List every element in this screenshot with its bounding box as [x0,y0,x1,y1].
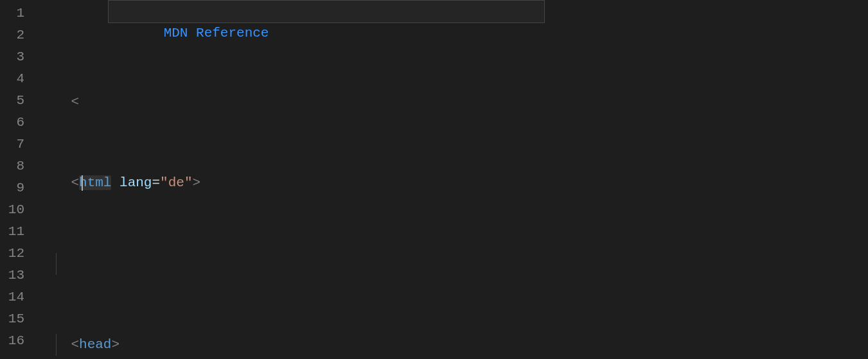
mdn-reference-link[interactable]: MDN Reference [164,26,269,40]
line-number: 3 [0,46,24,68]
text-cursor [82,175,83,191]
code-line[interactable]: < [39,91,868,113]
line-number: 6 [0,112,24,134]
html-tag: html [79,175,111,190]
code-area[interactable]: MDN Reference < <html lang="de"> <head> … [39,0,868,359]
line-number: 14 [0,286,24,308]
code-editor[interactable]: 1 2 3 4 5 6 7 8 9 10 11 12 13 14 15 16 M… [0,0,868,359]
hover-tooltip[interactable]: MDN Reference [108,0,545,23]
line-number: 12 [0,243,24,265]
line-number: 11 [0,221,24,243]
line-number: 7 [0,134,24,155]
line-number: 4 [0,68,24,90]
head-open-tag: head [79,337,111,352]
line-number: 16 [0,330,24,352]
line-number: 15 [0,308,24,330]
line-number: 2 [0,24,24,46]
line-number-gutter: 1 2 3 4 5 6 7 8 9 10 11 12 13 14 15 16 [0,0,39,359]
line-number: 8 [0,155,24,177]
line-number: 1 [0,3,24,24]
code-line[interactable]: <head> [39,334,868,356]
line-number: 5 [0,90,24,112]
line-number: 10 [0,199,24,221]
code-line[interactable]: <html lang="de"> [39,172,868,194]
line-number: 9 [0,177,24,199]
line-number: 13 [0,265,24,286]
code-line[interactable] [39,253,868,275]
